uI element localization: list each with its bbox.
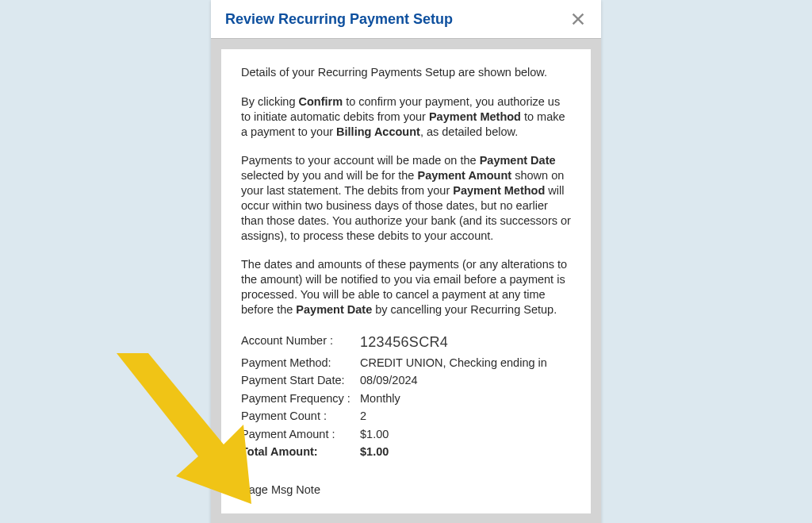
detail-amount: Payment Amount : $1.00 xyxy=(241,425,571,443)
review-payment-modal: Review Recurring Payment Setup Details o… xyxy=(211,0,601,523)
authorization-paragraph-3: The dates and amounts of these payments … xyxy=(241,257,571,317)
detail-frequency: Payment Frequency : Monthly xyxy=(241,390,571,407)
modal-title: Review Recurring Payment Setup xyxy=(225,11,453,28)
detail-value: $1.00 xyxy=(360,425,571,443)
authorization-paragraph-1: By clicking Confirm to confirm your paym… xyxy=(241,94,571,140)
page-note: Page Msg Note xyxy=(241,483,571,496)
detail-value: 123456SCR4 xyxy=(360,332,571,354)
detail-label: Total Amount: xyxy=(241,443,360,460)
authorization-paragraph-2: Payments to your account will be made on… xyxy=(241,153,571,243)
detail-value: 2 xyxy=(360,407,571,425)
detail-start-date: Payment Start Date: 08/09/2024 xyxy=(241,371,571,389)
detail-value: 08/09/2024 xyxy=(360,371,571,389)
detail-label: Payment Amount : xyxy=(241,425,360,443)
detail-total: Total Amount: $1.00 xyxy=(241,443,571,460)
detail-payment-method: Payment Method: CREDIT UNION, Checking e… xyxy=(241,354,571,371)
detail-label: Payment Count : xyxy=(241,407,360,425)
detail-count: Payment Count : 2 xyxy=(241,407,571,425)
detail-label: Payment Start Date: xyxy=(241,371,360,389)
detail-value: CREDIT UNION, Checking ending in xyxy=(360,354,571,371)
detail-label: Payment Method: xyxy=(241,354,360,371)
intro-text: Details of your Recurring Payments Setup… xyxy=(241,65,571,80)
detail-label: Payment Frequency : xyxy=(241,390,360,407)
payment-details: Account Number : 123456SCR4 Payment Meth… xyxy=(241,332,571,461)
detail-label: Account Number : xyxy=(241,332,360,354)
detail-value: Monthly xyxy=(360,390,571,407)
modal-header: Review Recurring Payment Setup xyxy=(211,0,601,39)
detail-account-number: Account Number : 123456SCR4 xyxy=(241,332,571,354)
close-icon[interactable] xyxy=(569,10,587,28)
detail-value: $1.00 xyxy=(360,443,571,460)
modal-body: Details of your Recurring Payments Setup… xyxy=(221,49,591,513)
